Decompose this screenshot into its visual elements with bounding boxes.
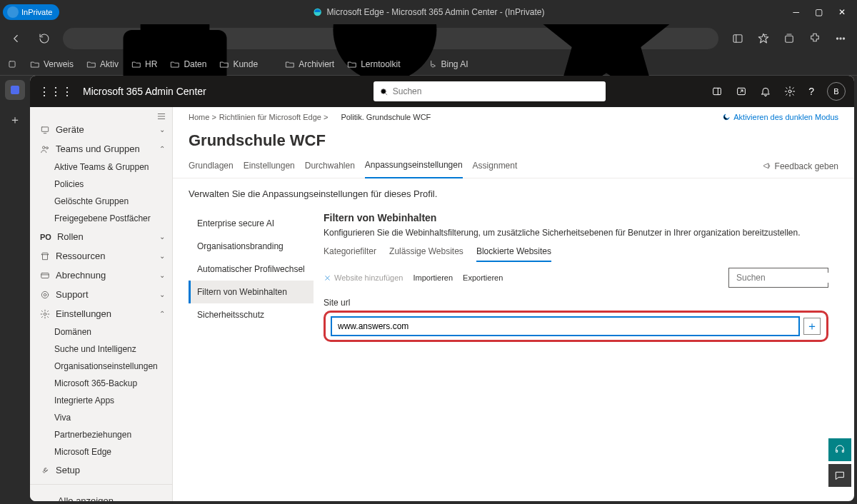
nav-sub-apps[interactable]: Integrierte Apps — [30, 392, 172, 409]
bing-icon — [428, 59, 438, 69]
support-icon — [40, 290, 50, 300]
fav-item[interactable]: Daten — [170, 59, 206, 69]
fav-item[interactable]: Aktiv — [86, 59, 119, 69]
filter-search-input[interactable] — [736, 273, 843, 283]
minimize-button[interactable]: ─ — [793, 7, 799, 17]
rail-app-button[interactable] — [5, 80, 25, 100]
chat-icon — [834, 470, 846, 481]
nav-sub-active-teams[interactable]: Aktive Teams & Gruppen — [30, 158, 172, 176]
snav-branding[interactable]: Organisationsbranding — [189, 235, 314, 258]
maximize-button[interactable]: ▢ — [815, 7, 823, 17]
nav-sub-search[interactable]: Suche und Intelligenz — [30, 341, 172, 358]
snav-profile[interactable]: Automatischer Profilwechsel — [189, 258, 314, 281]
nav-support[interactable]: Support⌄ — [30, 285, 172, 304]
nav-setup[interactable]: Setup — [30, 460, 172, 480]
nav-sub-edge[interactable]: Microsoft Edge — [30, 443, 172, 460]
launch-icon[interactable] — [736, 86, 747, 97]
settings-pane: Filtern von Webinhalten Konfigurieren Si… — [314, 212, 838, 494]
svg-rect-8 — [9, 61, 15, 66]
favorites-icon[interactable] — [757, 32, 770, 45]
nav-settings[interactable]: Einstellungen⌃ — [30, 304, 172, 323]
ftab-category[interactable]: Kategoriefilter — [324, 246, 376, 262]
main-content: Home > Richtlinien für Microsoft Edge > … — [173, 107, 854, 501]
inprivate-badge[interactable]: InPrivate — [3, 4, 59, 20]
tab-basics[interactable]: Grundlagen — [189, 155, 234, 178]
nav-sub-domains[interactable]: Domänen — [30, 323, 172, 341]
nav-billing[interactable]: Abrechnung⌄ — [30, 266, 172, 285]
app-frame: ⋮⋮⋮ Microsoft 365 Admin Center ? B Gerät… — [30, 76, 854, 501]
help-icon[interactable]: ? — [808, 86, 814, 97]
tab-settings[interactable]: Einstellungen — [244, 155, 295, 178]
bell-icon[interactable] — [760, 86, 771, 97]
nav-devices[interactable]: Geräte⌄ — [30, 120, 172, 139]
fav-item[interactable]: Lerntoolkit — [347, 59, 400, 69]
tab-actions-icon[interactable] — [7, 59, 17, 69]
app-search-input[interactable] — [393, 86, 600, 96]
tab-customization[interactable]: Anpassungseinstellungen — [365, 154, 463, 178]
crumb-policies[interactable]: Richtlinien für Microsoft Edge > — [219, 113, 329, 121]
svg-point-19 — [44, 293, 46, 296]
snav-security[interactable]: Sicherheitsschutz — [189, 303, 314, 326]
extensions-icon[interactable] — [808, 32, 821, 45]
edge-icon — [313, 7, 323, 17]
action-add-site[interactable]: Website hinzufügen — [324, 273, 403, 282]
svg-point-10 — [381, 89, 386, 93]
panel-icon[interactable] — [711, 86, 723, 97]
nav-sub-policies[interactable]: Policies — [30, 176, 172, 193]
action-export[interactable]: Exportieren — [463, 273, 503, 282]
address-bar[interactable]: admin.microsoft.com/#/Edge/PolicyConfigu… — [63, 28, 718, 49]
back-button[interactable] — [6, 29, 26, 49]
nav-sub-shared[interactable]: Freigegebene Postfächer — [30, 210, 172, 227]
ftab-blocked[interactable]: Blockierte Websites — [476, 246, 551, 262]
dark-mode-toggle[interactable]: Aktivieren des dunklen Modus — [722, 113, 838, 121]
nav-sub-partner[interactable]: Partnerbeziehungen — [30, 426, 172, 443]
collections-icon[interactable] — [783, 32, 796, 45]
snav-ai[interactable]: Enterprise secure AI — [189, 212, 314, 235]
add-site-button[interactable]: ＋ — [803, 318, 821, 335]
side-nav: Geräte⌄ Teams und Gruppen⌃ Aktive Teams … — [30, 107, 173, 501]
sidebar-icon[interactable] — [731, 32, 744, 45]
nav-teams[interactable]: Teams und Gruppen⌃ — [30, 139, 172, 158]
nav-roles[interactable]: PORollen⌄ — [30, 227, 172, 246]
tab-extensions[interactable]: Durchwahlen — [305, 155, 355, 178]
nav-sub-backup[interactable]: Microsoft 365-Backup — [30, 375, 172, 392]
refresh-button[interactable] — [34, 29, 54, 49]
megaphone-icon — [763, 161, 772, 171]
device-icon — [40, 125, 50, 135]
resource-icon — [40, 251, 50, 261]
filter-search[interactable] — [728, 268, 828, 288]
floating-buttons — [828, 438, 851, 487]
search-icon — [379, 87, 389, 96]
fav-item[interactable]: Verweis — [30, 59, 74, 69]
nav-sub-org[interactable]: Organisationseinstellungen — [30, 358, 172, 375]
app-search[interactable] — [374, 81, 606, 101]
gear-icon[interactable] — [784, 86, 796, 97]
fav-item[interactable]: Archiviert — [285, 59, 334, 69]
nav-sub-deleted[interactable]: Gelöschte Gruppen — [30, 193, 172, 210]
crumb-current: Politik. Grundschule WCF — [341, 113, 431, 121]
fav-item[interactable]: Kunde — [219, 59, 258, 69]
site-url-label: Site url — [324, 298, 828, 308]
nav-show-all[interactable]: ···Alle anzeigen — [30, 491, 172, 501]
ftab-allowed[interactable]: Zulässige Websites — [389, 246, 463, 262]
fav-item[interactable]: HR — [131, 59, 157, 69]
feedback-float-button[interactable] — [828, 464, 851, 487]
nav-resources[interactable]: Ressourcen⌄ — [30, 246, 172, 266]
menu-icon[interactable] — [834, 32, 847, 45]
bing-ai-link[interactable]: Bing AI — [428, 59, 468, 69]
app-launcher-icon[interactable]: ⋮⋮⋮ — [39, 85, 73, 99]
crumb-home[interactable]: Home > — [189, 113, 216, 121]
folder-icon — [86, 59, 96, 69]
tab-assignment[interactable]: Assignment — [473, 155, 518, 178]
feedback-link[interactable]: Feedback geben — [763, 161, 838, 171]
close-button[interactable]: ✕ — [838, 7, 846, 17]
user-avatar[interactable]: B — [827, 82, 846, 101]
nav-sub-viva[interactable]: Viva — [30, 409, 172, 426]
snav-filter[interactable]: Filtern von Webinhalten — [189, 281, 314, 303]
rail-add-button[interactable]: ＋ — [5, 110, 25, 130]
action-import[interactable]: Importieren — [413, 273, 453, 282]
site-url-input[interactable] — [331, 317, 799, 336]
help-float-button[interactable] — [828, 438, 851, 461]
headset-icon — [834, 444, 846, 455]
app-icon — [9, 84, 21, 96]
